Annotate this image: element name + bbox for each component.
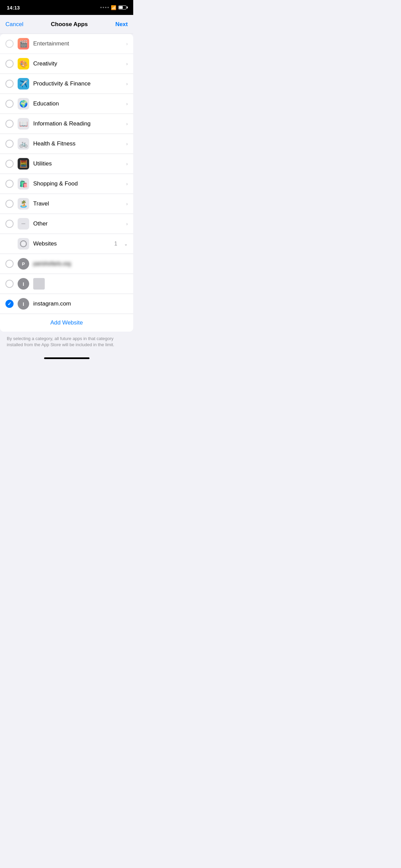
compass-needle-icon: ⊙ — [22, 241, 25, 246]
status-icons: 📶 — [100, 5, 126, 10]
cancel-button[interactable]: Cancel — [5, 21, 23, 28]
categories-list: 🎬 Entertainment › 🎨 Creativity › ✈️ Prod… — [0, 34, 133, 332]
websites-section-header[interactable]: ⊙ Websites 1 ⌄ — [0, 234, 133, 254]
chevron-icon: › — [126, 141, 128, 146]
shopping-label: Shopping & Food — [33, 180, 122, 187]
chevron-icon: › — [126, 61, 128, 66]
productivity-label: Productivity & Finance — [33, 80, 122, 87]
health-label: Health & Fitness — [33, 140, 122, 147]
radio-other[interactable] — [5, 220, 14, 228]
chevron-icon: › — [126, 81, 128, 86]
shopping-icon: 🛍️ — [18, 178, 29, 190]
entertainment-label: Entertainment — [33, 40, 122, 47]
websites-icon: ⊙ — [18, 238, 29, 250]
radio-travel[interactable] — [5, 200, 14, 208]
list-item[interactable]: I — [0, 274, 133, 294]
other-icon: ··· — [18, 218, 29, 230]
list-item[interactable]: I instagram.com — [0, 294, 133, 314]
utilities-label: Utilities — [33, 160, 122, 167]
nav-bar: Cancel Choose Apps Next — [0, 15, 133, 34]
health-icon: 🚲 — [18, 138, 29, 150]
page-title: Choose Apps — [51, 21, 88, 28]
instagram-label: instagram.com — [33, 300, 128, 307]
education-icon: 🌍 — [18, 98, 29, 110]
chevron-icon: › — [126, 201, 128, 206]
list-item[interactable]: P parishofarts.org — [0, 254, 133, 274]
radio-instagram[interactable] — [5, 300, 14, 308]
status-time: 14:13 — [7, 5, 20, 11]
list-item[interactable]: 📖 Information & Reading › — [0, 114, 133, 134]
home-bar — [44, 357, 89, 359]
utilities-icon: 🧮 — [18, 158, 29, 170]
signal-icon — [100, 7, 109, 8]
next-button[interactable]: Next — [115, 21, 128, 28]
websites-label: Websites — [33, 240, 110, 247]
wifi-icon: 📶 — [111, 5, 116, 10]
chevron-icon: › — [126, 101, 128, 106]
chevron-icon: › — [126, 41, 128, 46]
information-label: Information & Reading — [33, 120, 122, 127]
instagram-icon: I — [18, 298, 29, 310]
dropdown-arrow-icon[interactable]: ⌄ — [124, 241, 128, 246]
list-item[interactable]: ✈️ Productivity & Finance › — [0, 74, 133, 94]
list-item[interactable]: 🚲 Health & Fitness › — [0, 134, 133, 154]
list-item[interactable]: 🛍️ Shopping & Food › — [0, 174, 133, 194]
travel-icon: 🏝️ — [18, 198, 29, 210]
education-label: Education — [33, 100, 122, 107]
creativity-label: Creativity — [33, 60, 122, 67]
list-item[interactable]: 🏝️ Travel › — [0, 194, 133, 214]
travel-label: Travel — [33, 200, 122, 207]
websites-count: 1 — [114, 241, 117, 247]
website-2-icon: I — [18, 278, 29, 290]
home-indicator — [0, 355, 133, 360]
productivity-icon: ✈️ — [18, 78, 29, 90]
website-2-placeholder — [33, 278, 45, 290]
list-item[interactable]: 🧮 Utilities › — [0, 154, 133, 174]
radio-health[interactable] — [5, 140, 14, 148]
chevron-icon: › — [126, 121, 128, 126]
radio-website-2[interactable] — [5, 280, 14, 288]
information-icon: 📖 — [18, 118, 29, 130]
website-1-label: parishofarts.org — [33, 261, 128, 267]
list-item[interactable]: 🎨 Creativity › — [0, 54, 133, 74]
creativity-icon: 🎨 — [18, 58, 29, 70]
entertainment-icon: 🎬 — [18, 38, 29, 50]
chevron-icon: › — [126, 221, 128, 226]
status-bar: 14:13 📶 — [0, 0, 133, 15]
chevron-icon: › — [126, 181, 128, 186]
radio-entertainment[interactable] — [5, 40, 14, 48]
radio-productivity[interactable] — [5, 80, 14, 88]
list-item[interactable]: 🎬 Entertainment › — [0, 34, 133, 54]
battery-icon — [118, 5, 126, 9]
add-website-row[interactable]: Add Website — [0, 314, 133, 332]
chevron-icon: › — [126, 161, 128, 166]
list-item[interactable]: ··· Other › — [0, 214, 133, 234]
radio-utilities[interactable] — [5, 160, 14, 168]
radio-creativity[interactable] — [5, 60, 14, 68]
radio-education[interactable] — [5, 100, 14, 108]
other-label: Other — [33, 220, 122, 227]
website-1-icon: P — [18, 258, 29, 270]
add-website-button[interactable]: Add Website — [50, 319, 83, 326]
list-item[interactable]: 🌍 Education › — [0, 94, 133, 114]
radio-information[interactable] — [5, 120, 14, 128]
radio-shopping[interactable] — [5, 180, 14, 188]
radio-website-1[interactable] — [5, 260, 14, 268]
footer-note: By selecting a category, all future apps… — [0, 332, 133, 355]
